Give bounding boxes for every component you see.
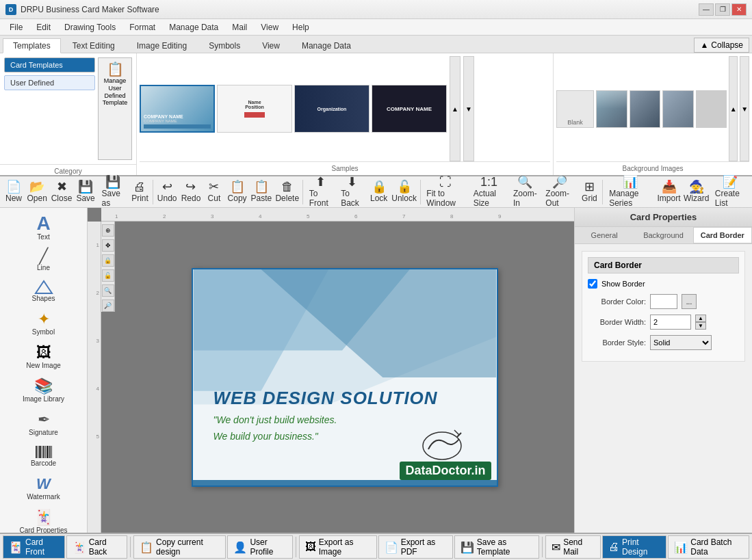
bg-thumb-4[interactable]	[696, 90, 727, 128]
canvas-tool-lock[interactable]: 🔒	[102, 254, 114, 267]
open-button[interactable]: 📂Open	[25, 178, 49, 205]
manage-series-button[interactable]: 📊Manage Series	[605, 174, 655, 210]
menu-drawing-tools[interactable]: Drawing Tools	[57, 21, 122, 34]
save-as-button[interactable]: 💾Save as	[97, 174, 128, 210]
tool-image-library-label: Image Library	[23, 395, 64, 403]
lock-button[interactable]: 🔒Lock	[368, 178, 390, 205]
tab-background[interactable]: Background	[634, 227, 692, 243]
print-design-button[interactable]: 🖨 Print Design	[602, 535, 666, 559]
tab-templates[interactable]: Templates	[3, 38, 61, 53]
user-profile-button[interactable]: 👤 User Profile	[227, 535, 292, 559]
close-toolbar-button[interactable]: ✖Close	[49, 178, 73, 205]
unlock-button[interactable]: 🔓Unlock	[391, 178, 418, 205]
zoom-in-button[interactable]: 🔍Zoom-In	[509, 174, 541, 210]
samples-scroll-down[interactable]: ▼	[463, 56, 474, 161]
tool-watermark[interactable]: W Watermark	[3, 472, 84, 504]
fit-to-window-button[interactable]: ⛶Fit to Window	[422, 174, 468, 210]
tab-image-editing[interactable]: Image Editing	[127, 38, 197, 53]
spin-down-button[interactable]: ▼	[695, 322, 706, 330]
save-button[interactable]: 💾Save	[75, 178, 97, 205]
canvas-tool-unlock[interactable]: 🔓	[102, 269, 114, 282]
border-color-picker-button[interactable]: ...	[682, 294, 697, 309]
copy-current-design-button[interactable]: 📋 Copy current design	[133, 535, 226, 559]
border-style-select[interactable]: None Solid Dashed Dotted Double	[650, 335, 712, 350]
minimize-button[interactable]: —	[699, 3, 714, 16]
spin-up-button[interactable]: ▲	[695, 315, 706, 322]
menu-mail[interactable]: Mail	[225, 21, 254, 34]
grid-button[interactable]: ⊞Grid	[578, 178, 600, 205]
manage-user-defined-button[interactable]: 📋 Manage User Defined Template	[98, 57, 132, 160]
export-pdf-button[interactable]: 📄 Export as PDF	[378, 535, 453, 559]
card-templates-button[interactable]: Card Templates	[4, 57, 95, 72]
new-button[interactable]: 📄New	[3, 178, 25, 205]
card-front-button[interactable]: 🃏 Card Front	[3, 535, 65, 559]
print-button[interactable]: 🖨Print	[129, 178, 151, 205]
samples-scroll-up[interactable]: ▲	[450, 56, 461, 161]
restore-button[interactable]: ❐	[715, 3, 730, 16]
tool-barcode[interactable]: Barcode	[3, 441, 84, 470]
paste-button[interactable]: 📋Paste	[249, 178, 273, 205]
menu-format[interactable]: Format	[122, 21, 162, 34]
tab-symbols[interactable]: Symbols	[198, 38, 250, 53]
delete-button[interactable]: 🗑Delete	[274, 178, 300, 205]
sample-card-3[interactable]: Organization	[294, 85, 369, 133]
canvas-tool-select[interactable]: ⊕	[102, 224, 114, 237]
sample-card-1[interactable]: COMPANY NAME COMPANY NAME	[140, 85, 215, 133]
bg-thumb-3[interactable]	[662, 90, 694, 128]
tab-card-border[interactable]: Card Border	[693, 227, 752, 243]
user-defined-button[interactable]: User Defined	[4, 75, 95, 90]
tool-line[interactable]: ╱ Line	[3, 245, 84, 275]
menu-file[interactable]: File	[3, 21, 29, 34]
tab-general[interactable]: General	[575, 227, 634, 243]
bg-scroll-down[interactable]: ▼	[740, 56, 749, 161]
zoom-out-button[interactable]: 🔎Zoom-Out	[541, 174, 578, 210]
actual-size-button[interactable]: 1:1Actual Size	[469, 174, 509, 210]
to-front-button[interactable]: ⬆To Front	[305, 174, 336, 210]
tab-view[interactable]: View	[252, 38, 290, 53]
canvas-tool-zoom-out[interactable]: 🔎	[102, 299, 114, 312]
menu-view[interactable]: View	[254, 21, 285, 34]
tool-text[interactable]: A Text	[3, 211, 84, 244]
copy-button[interactable]: 📋Copy	[226, 178, 248, 205]
canvas-tool-move[interactable]: ✥	[102, 239, 114, 252]
canvas-tool-zoom[interactable]: 🔍	[102, 284, 114, 297]
tool-signature[interactable]: ✒ Signature	[3, 408, 84, 440]
tab-manage-data[interactable]: Manage Data	[291, 38, 361, 53]
send-mail-button[interactable]: ✉ Send Mail	[545, 535, 601, 559]
import-button[interactable]: 📥Import	[656, 178, 682, 205]
bg-thumb-1[interactable]	[596, 90, 627, 128]
border-color-box[interactable]	[650, 294, 677, 309]
tool-card-properties[interactable]: 🃏 Card Properties	[3, 505, 84, 533]
fit-icon: ⛶	[439, 176, 452, 188]
tool-text-label: Text	[37, 233, 49, 241]
menu-help[interactable]: Help	[285, 21, 316, 34]
to-back-button[interactable]: ⬇To Back	[337, 174, 367, 210]
redo-button[interactable]: ↪Redo	[179, 178, 203, 205]
border-width-input[interactable]	[650, 315, 691, 330]
create-list-button[interactable]: 📝Create List	[711, 174, 749, 210]
collapse-button[interactable]: ▲ Collapse	[694, 38, 749, 53]
tab-text-editing[interactable]: Text Editing	[62, 38, 125, 53]
tool-shapes[interactable]: Shapes	[3, 276, 84, 306]
save-template-button[interactable]: 💾 Save as Template	[454, 535, 539, 559]
tool-image-library[interactable]: 📚 Image Library	[3, 374, 84, 406]
tool-symbol[interactable]: ✦ Symbol	[3, 307, 84, 339]
card-back-button[interactable]: 🃏 Card Back	[66, 535, 127, 559]
tool-new-image[interactable]: 🖼 New Image	[3, 341, 84, 373]
card-batch-data-button[interactable]: 📊 Card Batch Data	[668, 535, 749, 559]
export-image-button[interactable]: 🖼 Export as Image	[299, 535, 377, 559]
bg-blank[interactable]: Blank	[556, 90, 594, 128]
bg-scroll-up[interactable]: ▲	[729, 56, 738, 161]
sample-card-2[interactable]: NamePosition	[217, 85, 292, 133]
cut-button[interactable]: ✂Cut	[203, 178, 225, 205]
close-button[interactable]: ✕	[731, 3, 747, 16]
bg-thumb-2[interactable]	[630, 90, 661, 128]
menu-edit[interactable]: Edit	[29, 21, 57, 34]
sample-card-4[interactable]: COMPANY NAME	[372, 85, 447, 133]
business-card[interactable]: WEB DESIGN SOLUTION "We don't just build…	[192, 268, 498, 487]
new-label: New	[5, 194, 22, 203]
undo-button[interactable]: ↩Undo	[155, 178, 179, 205]
show-border-checkbox[interactable]	[588, 279, 597, 289]
wizard-button[interactable]: 🧙Wizard	[682, 178, 710, 205]
menu-manage-data[interactable]: Manage Data	[162, 21, 225, 34]
